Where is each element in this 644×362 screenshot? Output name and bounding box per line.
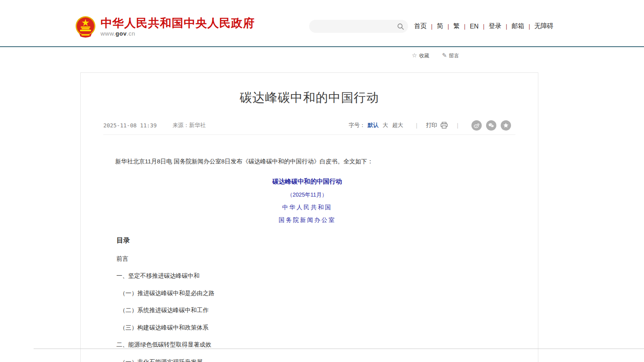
toc-heading: 目录 <box>116 236 511 245</box>
article-body: 新华社北京11月8日电 国务院新闻办公室8日发布《碳达峰碳中和的中国行动》白皮书… <box>103 156 511 362</box>
toc-item: （三）构建碳达峰碳中和政策体系 <box>116 324 511 331</box>
page-actions: ☆收藏 ✎留言 <box>0 52 459 59</box>
wechat-icon[interactable] <box>486 120 496 131</box>
search-icon[interactable] <box>397 23 404 30</box>
national-emblem-icon <box>75 16 96 38</box>
font-size-label: 字号： <box>349 122 365 129</box>
nav-separator: | <box>464 23 465 30</box>
printer-icon <box>440 122 448 129</box>
nav-separator: | <box>448 23 449 30</box>
qzone-star-icon[interactable] <box>501 120 511 131</box>
nav-traditional[interactable]: 繁 <box>453 22 460 30</box>
toc-item: 二、能源绿色低碳转型取得显著成效 <box>116 341 511 348</box>
nav-mail[interactable]: 邮箱 <box>511 22 524 30</box>
article-card: 碳达峰碳中和的中国行动 2025-11-08 11:39 来源： 新华社 字号：… <box>80 72 538 362</box>
nav-separator: | <box>431 23 433 30</box>
source-label: 来源： <box>173 122 189 129</box>
print-button[interactable]: 打印 <box>426 122 448 129</box>
site-url: www.gov.cn <box>101 30 255 37</box>
nav-separator: | <box>506 23 507 30</box>
nav-login[interactable]: 登录 <box>489 22 502 30</box>
top-nav: 首页| 简| 繁| EN| 登录| 邮箱| 无障碍 <box>414 22 553 30</box>
nav-english[interactable]: EN <box>470 23 479 30</box>
toc-list: 前言一、坚定不移推进碳达峰碳中和（一）推进碳达峰碳中和是必由之路（二）系统推进碳… <box>116 256 511 362</box>
meta-separator: | <box>416 122 418 129</box>
document-date: （2025年11月） <box>103 191 511 199</box>
article-meta: 2025-11-08 11:39 来源： 新华社 字号： 默认 大 超大 | 打… <box>103 119 511 131</box>
nav-separator: | <box>528 23 530 30</box>
toc-item: （一）推进碳达峰碳中和是必由之路 <box>116 290 511 297</box>
weibo-icon[interactable] <box>471 120 482 131</box>
search-box[interactable] <box>309 20 408 33</box>
header-divider <box>0 46 644 47</box>
star-outline-icon: ☆ <box>412 52 417 59</box>
pencil-icon: ✎ <box>442 52 447 59</box>
nav-home[interactable]: 首页 <box>414 22 427 30</box>
toc-item: （二）系统推进碳达峰碳中和工作 <box>116 307 511 314</box>
lead-paragraph: 新华社北京11月8日电 国务院新闻办公室8日发布《碳达峰碳中和的中国行动》白皮书… <box>103 156 511 167</box>
document-org-line2: 国务院新闻办公室 <box>103 216 511 224</box>
meta-divider <box>103 135 515 135</box>
font-size-xlarge-button[interactable]: 超大 <box>392 122 403 129</box>
favorite-button[interactable]: ☆收藏 <box>412 53 429 59</box>
site-brand[interactable]: 中华人民共和国中央人民政府 www.gov.cn <box>75 16 255 38</box>
site-title: 中华人民共和国中央人民政府 <box>101 17 255 30</box>
toc-item: （一）非化石能源实现跃升发展 <box>116 359 511 362</box>
toc-item: 前言 <box>116 256 511 262</box>
font-size-default-button[interactable]: 默认 <box>368 122 379 129</box>
search-input[interactable] <box>309 20 397 33</box>
publish-date: 2025-11-08 11:39 <box>103 122 157 129</box>
comment-button[interactable]: ✎留言 <box>442 53 459 59</box>
nav-separator: | <box>483 23 484 30</box>
source-value: 新华社 <box>189 122 206 129</box>
toc-item: 一、坚定不移推进碳达峰碳中和 <box>116 273 511 279</box>
page-bottom-divider <box>34 349 644 349</box>
nav-simplified[interactable]: 简 <box>437 22 443 30</box>
article-title: 碳达峰碳中和的中国行动 <box>81 89 538 106</box>
share-buttons <box>467 120 511 131</box>
nav-accessibility[interactable]: 无障碍 <box>534 22 553 30</box>
meta-separator: | <box>457 122 458 129</box>
document-org-line1: 中华人民共和国 <box>103 204 511 211</box>
document-title: 碳达峰碳中和的中国行动 <box>103 178 511 186</box>
font-size-large-button[interactable]: 大 <box>383 122 388 129</box>
site-header: 中华人民共和国中央人民政府 www.gov.cn 首页| 简| 繁| EN| 登… <box>0 0 644 47</box>
